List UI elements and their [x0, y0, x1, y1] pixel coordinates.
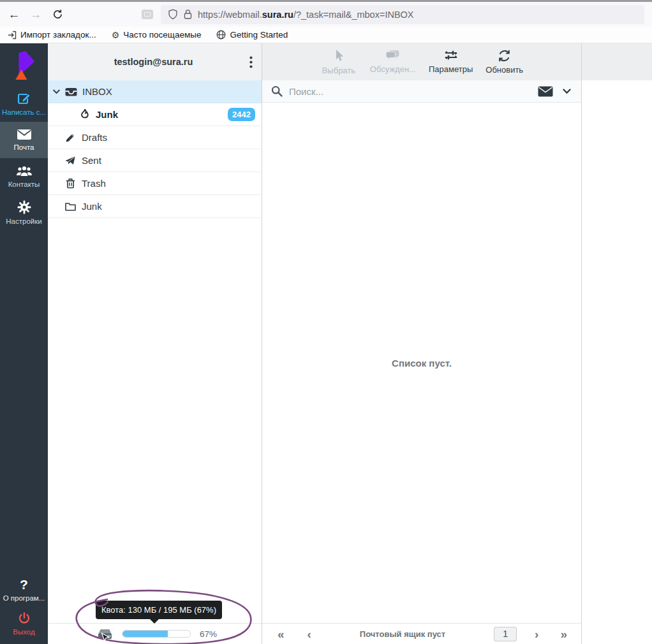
screen: ← → https://webmail.sura.ru/?_task=mail&… — [0, 0, 652, 644]
cursor-select-icon — [332, 49, 345, 63]
options-button[interactable]: Параметры — [429, 43, 473, 80]
extension-icon[interactable] — [142, 10, 153, 19]
disk-icon — [97, 628, 113, 640]
threads-button[interactable]: Обсужден... — [370, 43, 416, 80]
folder-trash[interactable]: Trash — [48, 172, 262, 195]
folder-label: Junk — [82, 201, 262, 212]
first-page-button[interactable]: « — [278, 628, 285, 640]
refresh-button[interactable]: Обновить — [485, 43, 523, 80]
browser-toolbar: ← → https://webmail.sura.ru/?_task=mail&… — [0, 2, 652, 27]
sidebar-item-settings[interactable]: Настройки — [0, 194, 48, 231]
question-icon: ? — [20, 578, 28, 591]
chat-bubbles-icon — [385, 49, 401, 62]
chevron-down-icon[interactable] — [53, 89, 64, 94]
taskmenu-sidebar: Написать с... Почта Конт — [0, 43, 48, 644]
app-logo[interactable] — [0, 48, 48, 85]
paper-plane-icon — [64, 156, 77, 165]
folders-pane: testlogin@sura.ru — [48, 43, 262, 644]
toolbar-button-label: Обсужден... — [370, 64, 416, 74]
bookmark-label: Getting Started — [230, 30, 288, 40]
url-bar[interactable]: https://webmail.sura.ru/?_task=mail&_mbo… — [161, 5, 644, 24]
sidebar-item-label: Почта — [14, 143, 34, 151]
forward-button[interactable]: → — [27, 6, 45, 24]
chevron-down-icon[interactable] — [563, 89, 571, 94]
list-pagination: « ‹ Почтовый ящик пуст › » — [262, 623, 581, 644]
search-scope — [538, 86, 572, 97]
sliders-icon — [443, 49, 459, 62]
contacts-icon — [16, 165, 33, 177]
folder-label: Drafts — [82, 132, 262, 143]
envelope-icon[interactable] — [538, 86, 553, 97]
mail-toolbar: Выбрать Обсужден... Параметры — [262, 43, 581, 80]
toolbar-button-label: Обновить — [485, 65, 523, 75]
kebab-icon — [249, 56, 253, 68]
url-text[interactable]: https://webmail.sura.ru/?_task=mail&_mbo… — [198, 10, 414, 20]
toolbar-button-label: Параметры — [429, 64, 473, 74]
quota-tooltip: Квота: 130 МБ / 195 МБ (67%) — [96, 601, 222, 619]
gear-icon: ⚙ — [112, 31, 120, 40]
globe-icon — [216, 30, 226, 40]
last-page-button[interactable]: » — [560, 628, 567, 640]
bookmark-label: Часто посещаемые — [123, 30, 201, 40]
inbox-icon — [64, 87, 77, 96]
account-name: testlogin@sura.ru — [48, 57, 240, 67]
sidebar-item-compose[interactable]: Написать с... — [0, 85, 48, 122]
folder-icon — [64, 202, 77, 211]
sidebar-item-mail[interactable]: Почта — [0, 122, 48, 158]
select-button[interactable]: Выбрать — [320, 43, 357, 80]
sidebar-item-label: Выход — [13, 628, 34, 636]
back-button[interactable]: ← — [5, 6, 23, 24]
folder-inbox-junk[interactable]: Junk 2442 — [48, 103, 262, 126]
shield-icon[interactable] — [168, 9, 178, 20]
folder-inbox[interactable]: INBOX — [48, 80, 262, 103]
folder-label: Junk — [96, 109, 228, 120]
sidebar-item-label: Настройки — [6, 217, 41, 225]
sidebar-item-logout[interactable]: Выход — [0, 606, 48, 641]
sidebar-item-contacts[interactable]: Контакты — [0, 158, 48, 194]
sidebar-item-label: Написать с... — [2, 108, 46, 116]
quota-progress-track — [122, 630, 191, 638]
quota-percent-label: 67% — [200, 629, 217, 639]
folder-sent[interactable]: Sent — [48, 149, 262, 172]
unread-count-badge: 2442 — [228, 108, 255, 121]
bookmark-frequent[interactable]: ⚙ Часто посещаемые — [112, 30, 202, 40]
bookmarks-bar: Импорт закладок... ⚙ Часто посещаемые Ge… — [0, 27, 652, 43]
preview-pane — [582, 43, 652, 644]
folder-junk[interactable]: Junk — [48, 195, 262, 218]
refresh-icon — [498, 49, 511, 62]
sidebar-item-label: Контакты — [8, 180, 40, 188]
import-icon — [8, 31, 17, 40]
page-number-input[interactable] — [494, 627, 517, 641]
mail-icon — [17, 129, 32, 140]
folder-label: Sent — [82, 155, 262, 166]
folder-label: INBOX — [82, 86, 262, 97]
message-list-pane: Выбрать Обсужден... Параметры — [262, 43, 582, 644]
webmail-app: Написать с... Почта Конт — [0, 43, 652, 644]
bookmark-import[interactable]: Импорт закладок... — [8, 30, 96, 40]
compose-icon — [17, 91, 31, 105]
trash-icon — [64, 178, 77, 189]
next-page-button[interactable]: › — [535, 628, 538, 640]
preview-pane-header — [582, 43, 652, 80]
reload-icon — [52, 9, 63, 20]
search-input[interactable] — [289, 86, 531, 97]
lock-icon[interactable] — [184, 9, 192, 20]
search-bar — [262, 80, 581, 103]
folder-drafts[interactable]: Drafts — [48, 126, 262, 149]
quota-progress-fill — [122, 631, 168, 637]
pencil-icon — [64, 133, 77, 143]
bookmark-label: Импорт закладок... — [20, 30, 96, 40]
message-list-body: Список пуст. — [262, 103, 581, 623]
logo-icon — [11, 51, 37, 83]
mailbox-empty-message: Почтовый ящик пуст — [311, 629, 494, 639]
folders-empty-space — [48, 218, 262, 623]
folder-menu-button[interactable] — [240, 56, 262, 68]
folders-header: testlogin@sura.ru — [48, 43, 262, 80]
toolbar-button-label: Выбрать — [322, 66, 355, 75]
reload-button[interactable] — [48, 6, 66, 24]
folder-label: Trash — [82, 178, 262, 189]
flame-icon — [78, 109, 91, 120]
taskmenu-bottom: ? О програм... Выход — [0, 574, 48, 644]
sidebar-item-about[interactable]: ? О програм... — [0, 574, 48, 606]
bookmark-getting-started[interactable]: Getting Started — [216, 30, 288, 40]
